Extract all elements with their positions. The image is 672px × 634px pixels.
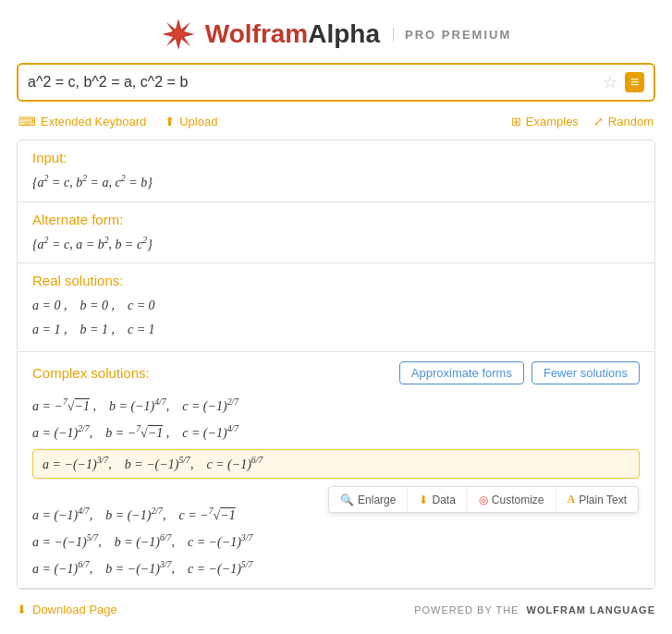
download-icon: ⬇	[17, 603, 27, 616]
complex-row-highlighted: a = −(−1)3/7, b = −(−1)5/7, c = (−1)6/7 …	[32, 449, 640, 480]
header: Wolfram Alpha PRO PREMIUM	[0, 0, 672, 63]
results-panel: Input: {a2 = c, b2 = a, c2 = b} Alternat…	[17, 140, 655, 590]
real-solution-row-2: a = 1 , b = 1 , c = 1	[32, 318, 640, 342]
alternate-section: Alternate form: {a2 = c, a = b2, b = c2}	[18, 202, 654, 264]
complex-row-5: a = (−1)6/7, b = −(−1)3/7, c = −(−1)5/7	[32, 555, 640, 581]
extended-keyboard-button[interactable]: ⌨ Extended Keyboard	[18, 115, 146, 128]
alternate-math: {a2 = c, a = b2, b = c2}	[32, 233, 640, 254]
favorite-icon[interactable]: ☆	[603, 72, 617, 92]
complex-row-2-text: a = −(−1)3/7, b = −(−1)5/7, c = (−1)6/7	[43, 457, 263, 471]
footer: ⬇ Download Page POWERED BY THE WOLFRAM L…	[0, 590, 672, 626]
complex-solutions-section: Complex solutions: Approximate forms Few…	[18, 352, 654, 589]
customize-button[interactable]: ◎ Customize	[468, 487, 556, 512]
complex-buttons: Approximate forms Fewer solutions	[399, 361, 640, 384]
search-input[interactable]	[28, 74, 603, 91]
input-math: {a2 = c, b2 = a, c2 = b}	[32, 171, 640, 192]
complex-row-0: a = −7√−1 , b = (−1)4/7, c = (−1)2/7	[32, 392, 640, 419]
search-container: ☆ ≡	[0, 63, 672, 111]
search-icons: ☆ ≡	[603, 72, 644, 92]
toolbar-left: ⌨ Extended Keyboard ⬆ Upload	[18, 115, 511, 128]
real-solutions-title: Real solutions:	[32, 273, 640, 288]
complex-row-1: a = (−1)2/7, b = −7√−1 , c = (−1)4/7	[32, 419, 640, 445]
powered-by: POWERED BY THE WOLFRAM LANGUAGE	[414, 604, 655, 616]
enlarge-icon: 🔍	[340, 494, 354, 506]
grid-icon: ⊞	[511, 115, 521, 128]
random-button[interactable]: ⤢ Random	[593, 115, 654, 128]
examples-button[interactable]: ⊞ Examples	[511, 115, 579, 128]
download-page-link[interactable]: ⬇ Download Page	[17, 603, 117, 616]
customize-icon: ◎	[479, 494, 488, 506]
approximate-forms-button[interactable]: Approximate forms	[399, 361, 524, 384]
real-solution-row-1: a = 0 , b = 0 , c = 0	[32, 294, 640, 318]
keyboard-icon: ⌨	[18, 115, 36, 128]
fewer-solutions-button[interactable]: Fewer solutions	[531, 361, 640, 384]
upload-button[interactable]: ⬆ Upload	[165, 115, 217, 128]
toolbar-right: ⊞ Examples ⤢ Random	[511, 115, 654, 128]
plain-text-button[interactable]: A Plain Text	[556, 487, 638, 512]
popup-toolbar: 🔍 Enlarge ⬇ Data ◎ Customize A Plain Tex…	[328, 486, 639, 513]
complex-header: Complex solutions: Approximate forms Few…	[18, 352, 654, 392]
logo-star-icon	[161, 17, 196, 52]
input-title: Input:	[32, 150, 640, 165]
logo-text: Wolfram Alpha	[205, 19, 380, 49]
random-icon: ⤢	[593, 115, 604, 128]
input-section: Input: {a2 = c, b2 = a, c2 = b}	[18, 140, 654, 202]
complex-row-4: a = −(−1)5/7, b = (−1)6/7, c = −(−1)3/7	[32, 528, 640, 555]
search-bar: ☆ ≡	[17, 63, 655, 102]
menu-icon[interactable]: ≡	[625, 72, 644, 92]
alternate-title: Alternate form:	[32, 212, 640, 227]
complex-title: Complex solutions:	[32, 365, 150, 381]
upload-icon: ⬆	[165, 115, 175, 128]
enlarge-button[interactable]: 🔍 Enlarge	[329, 487, 408, 512]
data-button[interactable]: ⬇ Data	[408, 487, 467, 512]
toolbar: ⌨ Extended Keyboard ⬆ Upload ⊞ Examples …	[0, 111, 672, 140]
data-download-icon: ⬇	[419, 494, 428, 506]
complex-rows: a = −7√−1 , b = (−1)4/7, c = (−1)2/7 a =…	[18, 392, 654, 588]
real-solutions-section: Real solutions: a = 0 , b = 0 , c = 0 a …	[18, 263, 654, 352]
text-icon: A	[568, 493, 576, 506]
pro-label: PRO PREMIUM	[393, 28, 511, 42]
